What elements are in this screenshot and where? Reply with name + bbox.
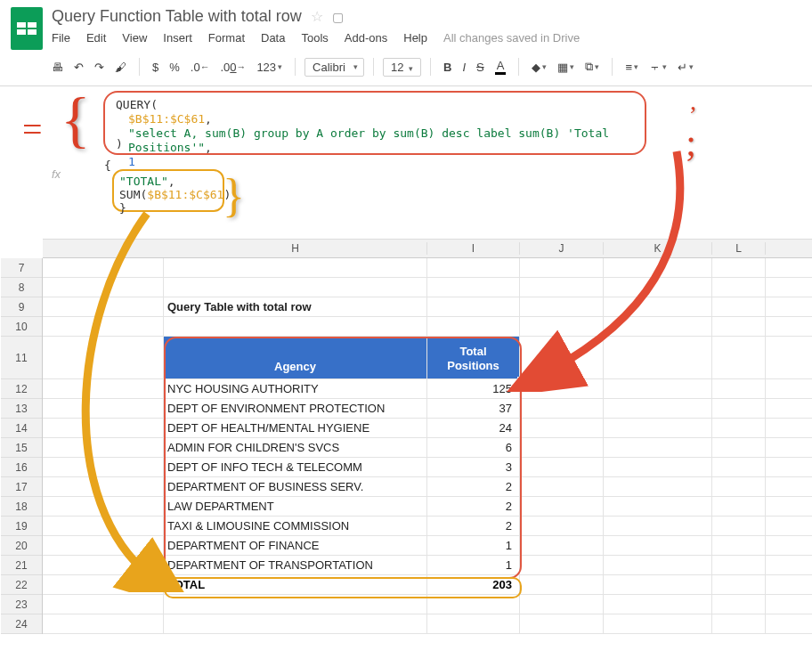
cell[interactable] (520, 438, 604, 457)
cell[interactable] (43, 337, 164, 378)
cell[interactable] (520, 517, 604, 535)
cell[interactable] (43, 614, 164, 633)
cell[interactable]: 37 (427, 399, 520, 418)
format-currency-button[interactable]: $ (149, 59, 162, 76)
cell[interactable]: DEPT OF ENVIRONMENT PROTECTION (164, 399, 427, 418)
cell[interactable] (712, 458, 766, 476)
cell[interactable] (712, 419, 766, 437)
cell[interactable] (43, 497, 164, 516)
cell[interactable] (604, 595, 712, 614)
cell[interactable] (712, 517, 766, 535)
cell[interactable] (520, 419, 604, 437)
menu-addons[interactable]: Add-ons (345, 31, 387, 45)
cell[interactable] (604, 258, 712, 277)
cell[interactable] (427, 614, 520, 633)
borders-icon[interactable]: ▦▾ (554, 59, 578, 76)
cell[interactable] (43, 477, 164, 496)
cell[interactable]: 2 (427, 517, 520, 535)
row-header[interactable]: 22 (1, 575, 42, 595)
table-header-positions[interactable]: TotalPositions (427, 337, 520, 378)
row-header[interactable]: 20 (1, 536, 42, 556)
cell[interactable] (520, 458, 604, 476)
cell[interactable]: 1 (427, 536, 520, 555)
document-title[interactable]: Query Function Table with total row (52, 7, 302, 26)
cell[interactable] (427, 297, 520, 316)
row-header[interactable]: 17 (1, 477, 42, 497)
menu-edit[interactable]: Edit (86, 31, 106, 45)
cell[interactable] (164, 258, 427, 277)
cell[interactable] (604, 337, 712, 378)
spreadsheet-grid[interactable]: H I J K L 789101112131415161718192021222… (43, 239, 812, 659)
cell[interactable]: DEPARTMENT OF FINANCE (164, 536, 427, 555)
increase-decimal-button[interactable]: .00→ (216, 59, 249, 76)
font-select[interactable]: Calibri▾ (304, 58, 364, 77)
cell[interactable]: 125 (427, 379, 520, 398)
cell[interactable]: DEPT OF HEALTH/MENTAL HYGIENE (164, 419, 427, 437)
cell[interactable] (43, 399, 164, 418)
cell[interactable] (712, 258, 766, 277)
italic-button[interactable]: I (459, 59, 469, 76)
row-header[interactable]: 14 (1, 419, 42, 438)
cell[interactable] (604, 438, 712, 457)
cell[interactable]: DEPARTMENT OF TRANSPORTATION (164, 556, 427, 574)
cell[interactable] (520, 536, 604, 555)
cell[interactable] (604, 497, 712, 516)
cell[interactable] (604, 458, 712, 476)
cell[interactable] (604, 536, 712, 555)
cell[interactable]: TOTAL (164, 575, 427, 594)
row-header[interactable]: 8 (1, 278, 42, 297)
cell[interactable] (712, 399, 766, 418)
cell[interactable] (520, 399, 604, 418)
merge-icon[interactable]: ⧉▾ (581, 58, 603, 76)
row-header[interactable]: 7 (1, 258, 42, 278)
row-header[interactable]: 16 (1, 458, 42, 477)
row-header[interactable]: 11 (1, 337, 42, 379)
cell[interactable] (520, 614, 604, 633)
cell[interactable] (604, 278, 712, 297)
cell[interactable]: NYC HOUSING AUTHORITY (164, 379, 427, 398)
cell[interactable] (712, 317, 766, 336)
cell[interactable] (520, 317, 604, 336)
cell[interactable] (164, 595, 427, 614)
table-header-agency[interactable]: Agency (164, 337, 427, 378)
cell[interactable] (43, 278, 164, 297)
cell[interactable] (520, 278, 604, 297)
cell[interactable] (43, 438, 164, 457)
cell[interactable] (520, 258, 604, 277)
strike-button[interactable]: S (473, 59, 488, 76)
row-header[interactable]: 21 (1, 556, 42, 575)
cell[interactable] (604, 575, 712, 594)
cell[interactable] (164, 278, 427, 297)
cell[interactable] (164, 614, 427, 633)
menu-insert[interactable]: Insert (163, 31, 192, 45)
row-header[interactable]: 24 (1, 614, 42, 634)
print-icon[interactable]: 🖶 (48, 59, 67, 76)
menu-view[interactable]: View (122, 31, 147, 45)
row-header[interactable]: 18 (1, 497, 42, 517)
col-header-k[interactable]: K (604, 242, 712, 255)
cell[interactable]: LAW DEPARTMENT (164, 497, 427, 516)
menu-format[interactable]: Format (208, 31, 245, 45)
cell[interactable] (43, 258, 164, 277)
cell[interactable] (43, 536, 164, 555)
row-header[interactable]: 23 (1, 595, 42, 614)
menu-tools[interactable]: Tools (301, 31, 328, 45)
cell[interactable] (712, 536, 766, 555)
cell[interactable] (427, 278, 520, 297)
folder-icon[interactable]: ▢ (332, 10, 344, 24)
cell[interactable] (712, 297, 766, 316)
cell[interactable] (520, 575, 604, 594)
cell[interactable] (712, 438, 766, 457)
more-formats-button[interactable]: 123▾ (253, 59, 286, 76)
cell[interactable] (712, 497, 766, 516)
col-header-h[interactable]: H (164, 242, 427, 255)
cell[interactable] (604, 317, 712, 336)
cell[interactable] (712, 379, 766, 398)
cell[interactable] (520, 337, 604, 378)
row-header[interactable]: 10 (1, 317, 42, 337)
cell[interactable] (427, 258, 520, 277)
star-icon[interactable]: ☆ (311, 8, 323, 25)
cell[interactable]: DEPT OF INFO TECH & TELECOMM (164, 458, 427, 476)
col-header-l[interactable]: L (712, 242, 766, 255)
undo-icon[interactable]: ↶ (70, 59, 87, 76)
